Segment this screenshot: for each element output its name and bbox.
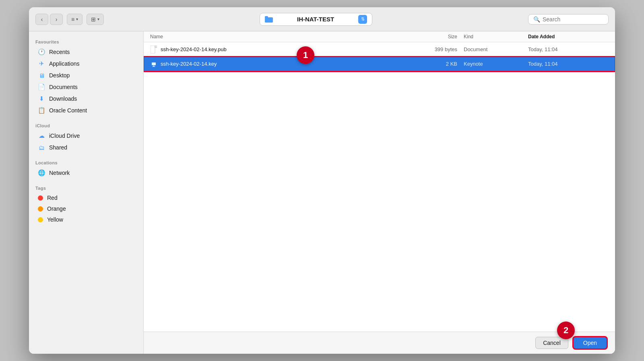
svg-rect-7 — [152, 66, 155, 67]
svg-rect-3 — [155, 46, 157, 48]
sidebar-item-documents[interactable]: 📄 Documents — [31, 81, 141, 93]
sidebar-applications-label: Applications — [49, 60, 80, 67]
grid-icon: ⊞ — [91, 16, 96, 23]
file-kind-2: Keynote — [464, 61, 528, 67]
sidebar-item-downloads[interactable]: ⬇ Downloads — [31, 93, 141, 104]
grid-chevron-icon: ▾ — [97, 17, 99, 21]
sidebar-item-tag-orange[interactable]: Orange — [31, 203, 141, 214]
svg-rect-2 — [151, 46, 155, 54]
svg-rect-6 — [153, 66, 155, 66]
shared-icon: 🗂 — [38, 144, 45, 151]
sidebar-item-shared[interactable]: 🗂 Shared — [31, 142, 141, 153]
rocket-icon: ✈ — [38, 60, 45, 67]
sidebar: Favourites 🕐 Recents ✈ Applications 🖥 De… — [29, 31, 144, 354]
col-name-header: Name — [150, 34, 415, 39]
file-picker-dialog: ‹ › ≡ ▾ ⊞ ▾ IH-NAT-TEST ⇅ — [29, 7, 615, 354]
footer: 2 Cancel Open — [144, 332, 615, 354]
file-kind-1: Document — [464, 46, 528, 52]
document-icon: 📄 — [38, 83, 45, 91]
file-name-2: ssh-key-2024-02-14.key — [161, 61, 217, 67]
file-header: Name Size Kind Date Added — [144, 31, 615, 42]
icloud-header: iCloud — [29, 120, 143, 130]
step-2-annotation: 2 — [557, 322, 575, 339]
nav-buttons: ‹ › — [35, 14, 63, 25]
search-icon: 🔍 — [533, 16, 540, 23]
file-name-cell-1: ssh-key-2024-02-14.key.pub — [150, 46, 415, 54]
file-keynote-icon-2 — [150, 60, 157, 68]
file-date-1: Today, 11:04 — [528, 46, 609, 52]
file-list: ssh-key-2024-02-14.key.pub 399 bytes Doc… — [144, 42, 615, 332]
orange-dot-icon — [38, 206, 43, 212]
locations-header: Locations — [29, 157, 143, 167]
sidebar-recents-label: Recents — [49, 49, 70, 55]
sidebar-item-icloud-drive[interactable]: ☁ iCloud Drive — [31, 130, 141, 141]
sidebar-item-network[interactable]: 🌐 Network — [31, 167, 141, 178]
sidebar-item-oracle[interactable]: 📋 Oracle Content — [31, 105, 141, 116]
sidebar-yellow-label: Yellow — [47, 216, 63, 223]
file-name-cell-2: ssh-key-2024-02-14.key — [150, 60, 415, 68]
col-kind-header: Kind — [464, 34, 528, 39]
search-bar[interactable]: 🔍 — [528, 14, 609, 25]
col-size-header: Size — [415, 34, 464, 39]
sidebar-item-applications[interactable]: ✈ Applications — [31, 58, 141, 69]
sidebar-downloads-label: Downloads — [49, 95, 77, 102]
sidebar-item-tag-red[interactable]: Red — [31, 193, 141, 203]
list-icon: ≡ — [71, 16, 74, 23]
favourites-header: Favourites — [29, 36, 143, 46]
location-pill[interactable]: IH-NAT-TEST ⇅ — [260, 13, 372, 26]
file-date-2: Today, 11:04 — [528, 61, 609, 67]
location-bar: IH-NAT-TEST ⇅ — [108, 13, 524, 26]
sidebar-orange-label: Orange — [47, 205, 66, 212]
cloud-icon: ☁ — [38, 132, 45, 139]
desktop-icon: 🖥 — [38, 72, 45, 79]
svg-rect-1 — [265, 16, 268, 18]
location-name: IH-NAT-TEST — [297, 16, 334, 23]
file-size-1: 399 bytes — [415, 46, 464, 52]
sidebar-oracle-label: Oracle Content — [49, 107, 87, 114]
sidebar-item-tag-yellow[interactable]: Yellow — [31, 214, 141, 225]
file-area-wrapper: Name Size Kind Date Added — [144, 31, 615, 354]
back-button[interactable]: ‹ — [35, 14, 48, 25]
file-row-2[interactable]: ssh-key-2024-02-14.key 2 KB Keynote Toda… — [144, 57, 615, 71]
svg-rect-5 — [152, 62, 156, 65]
search-input[interactable] — [543, 16, 603, 23]
toolbar: ‹ › ≡ ▾ ⊞ ▾ IH-NAT-TEST ⇅ — [29, 7, 615, 31]
open-button[interactable]: Open — [573, 337, 607, 349]
grid-view-button[interactable]: ⊞ ▾ — [87, 14, 104, 25]
list-view-button[interactable]: ≡ ▾ — [67, 14, 83, 25]
sidebar-shared-label: Shared — [49, 144, 67, 151]
file-name-1: ssh-key-2024-02-14.key.pub — [161, 46, 227, 52]
folder-icon — [265, 16, 273, 23]
clock-icon: 🕐 — [38, 48, 45, 56]
sidebar-desktop-label: Desktop — [49, 72, 70, 79]
forward-button[interactable]: › — [50, 14, 63, 25]
file-row-1[interactable]: ssh-key-2024-02-14.key.pub 399 bytes Doc… — [144, 42, 615, 57]
tags-header: Tags — [29, 183, 143, 192]
main-content: Favourites 🕐 Recents ✈ Applications 🖥 De… — [29, 31, 615, 354]
red-dot-icon — [38, 195, 43, 201]
download-icon: ⬇ — [38, 95, 45, 102]
list-chevron-icon: ▾ — [76, 17, 78, 21]
file-size-2: 2 KB — [415, 61, 464, 67]
yellow-dot-icon — [38, 217, 43, 222]
file-area: Name Size Kind Date Added — [144, 31, 615, 332]
sidebar-red-label: Red — [47, 195, 58, 201]
file-doc-icon-1 — [150, 46, 157, 54]
sidebar-item-recents[interactable]: 🕐 Recents — [31, 46, 141, 58]
sidebar-icloud-label: iCloud Drive — [49, 133, 80, 139]
sidebar-network-label: Network — [49, 170, 70, 176]
sidebar-item-desktop[interactable]: 🖥 Desktop — [31, 70, 141, 81]
globe-icon: 🌐 — [38, 169, 45, 176]
sidebar-documents-label: Documents — [49, 84, 78, 90]
oracle-icon: 📋 — [38, 107, 45, 114]
col-date-header: Date Added — [528, 34, 609, 39]
location-chevron-icon[interactable]: ⇅ — [358, 15, 367, 24]
